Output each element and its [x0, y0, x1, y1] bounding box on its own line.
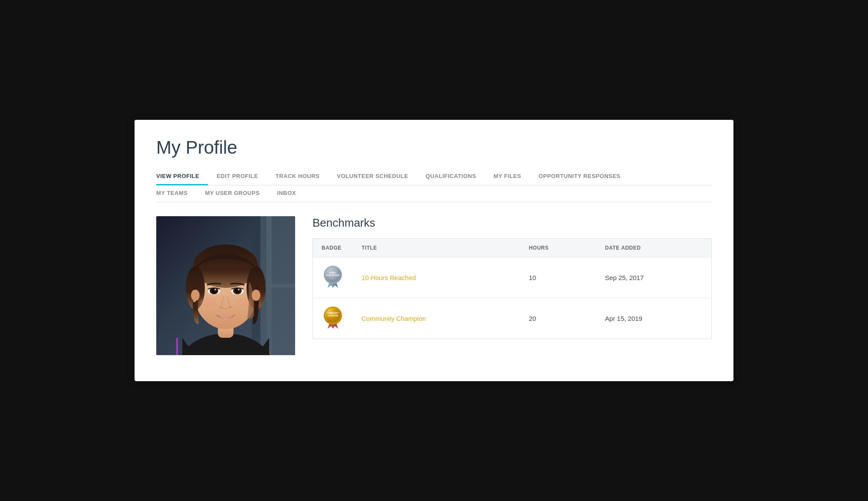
svg-point-24: [193, 300, 196, 302]
tab-track-hours[interactable]: TRACK HOURS: [276, 168, 329, 185]
tab-edit-profile[interactable]: EDIT PROFILE: [217, 168, 267, 185]
tab-opportunity-responses[interactable]: OPPORTUNITY RESPONSES: [539, 168, 629, 185]
svg-text:COMMUNITY: COMMUNITY: [327, 312, 339, 314]
tab-my-teams[interactable]: MY TEAMS: [156, 185, 196, 202]
tab-view-profile[interactable]: VIEW PROFILE: [156, 168, 208, 185]
badge-cell-1: EARLY VOLUNTEER: [313, 257, 353, 298]
table-row: EARLY VOLUNTEER 10 Hours Reached 10 Sep …: [313, 257, 712, 298]
svg-point-21: [228, 306, 232, 309]
badge-hours-1: 10: [520, 257, 596, 298]
svg-point-23: [252, 290, 260, 301]
tab-qualifications[interactable]: QUALIFICATIONS: [426, 168, 485, 185]
svg-point-15: [214, 289, 216, 290]
svg-point-19: [238, 289, 240, 290]
nav-tabs-row1: VIEW PROFILE EDIT PROFILE TRACK HOURS VO…: [156, 168, 712, 185]
profile-photo: [156, 216, 295, 355]
tab-my-user-groups[interactable]: MY USER GROUPS: [205, 185, 268, 202]
silver-badge-icon: EARLY VOLUNTEER: [322, 264, 344, 290]
table-row: COMMUNITY CHAMPION Community Champion 20…: [313, 298, 712, 339]
badge-hours-2: 20: [520, 298, 596, 339]
badge-date-1: Sep 25, 2017: [596, 257, 711, 298]
col-header-badge: BADGE: [313, 239, 353, 257]
benchmarks-section: Benchmarks BADGE TITLE HOURS DATE ADDED: [312, 216, 712, 355]
svg-text:CHAMPION: CHAMPION: [328, 315, 339, 317]
badge-title-1[interactable]: 10 Hours Reached: [353, 257, 520, 298]
svg-point-20: [219, 306, 224, 309]
nav-tabs-row2: MY TEAMS MY USER GROUPS INBOX: [156, 185, 712, 202]
svg-text:VOLUNTEER: VOLUNTEER: [326, 274, 340, 277]
page-container: My Profile VIEW PROFILE EDIT PROFILE TRA…: [135, 120, 733, 381]
col-header-date: DATE ADDED: [596, 239, 711, 257]
tab-inbox[interactable]: INBOX: [277, 185, 305, 202]
badge-cell-2: COMMUNITY CHAMPION: [313, 298, 353, 339]
svg-point-22: [191, 290, 200, 301]
benchmarks-table: BADGE TITLE HOURS DATE ADDED: [312, 238, 712, 339]
benchmarks-title: Benchmarks: [312, 216, 712, 230]
svg-rect-5: [260, 216, 295, 355]
badge-date-2: Apr 15, 2019: [596, 298, 711, 339]
content-area: Benchmarks BADGE TITLE HOURS DATE ADDED: [156, 216, 712, 355]
tab-volunteer-schedule[interactable]: VOLUNTEER SCHEDULE: [337, 168, 417, 185]
tab-my-files[interactable]: MY FILES: [493, 168, 530, 185]
col-header-title: TITLE: [353, 239, 520, 257]
gold-badge-icon: COMMUNITY CHAMPION: [322, 305, 344, 330]
col-header-hours: HOURS: [520, 239, 596, 257]
badge-title-2[interactable]: Community Champion: [353, 298, 520, 339]
page-title: My Profile: [156, 137, 712, 158]
svg-rect-28: [176, 338, 178, 355]
svg-point-26: [236, 298, 252, 307]
svg-point-25: [200, 298, 215, 307]
